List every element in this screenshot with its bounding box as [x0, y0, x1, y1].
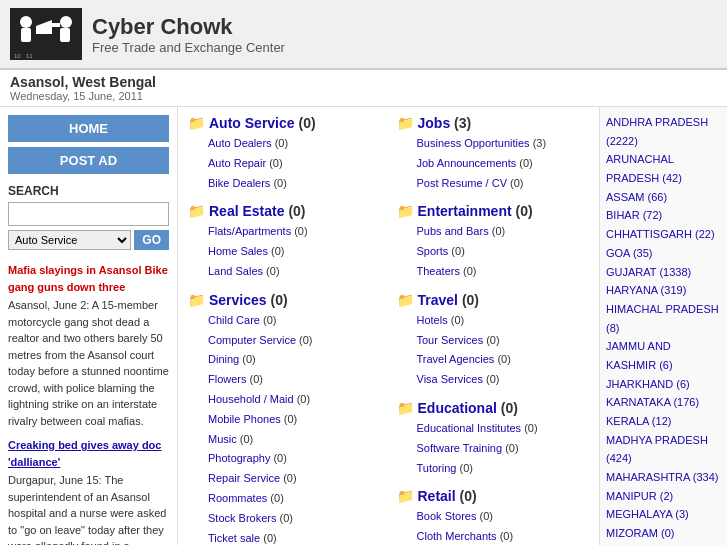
category-link-retail[interactable]: Retail (0): [418, 488, 477, 504]
item-cloth-merchants[interactable]: Cloth Merchants (0): [417, 527, 590, 545]
home-button[interactable]: HOME: [8, 115, 169, 142]
left-sidebar: HOME POST AD SEARCH Auto Service GO Mafi…: [0, 107, 178, 545]
item-roommates[interactable]: Roommates (0): [208, 489, 381, 509]
header-text: Cyber Chowk Free Trade and Exchange Cent…: [92, 14, 285, 55]
svg-text:11: 11: [26, 53, 33, 58]
folder-icon-educational: 📁: [397, 400, 414, 416]
item-tour-services[interactable]: Tour Services (0): [417, 331, 590, 351]
item-photography[interactable]: Photography (0): [208, 449, 381, 469]
item-flowers[interactable]: Flowers (0): [208, 370, 381, 390]
post-ad-button[interactable]: POST AD: [8, 147, 169, 174]
item-software-training[interactable]: Software Training (0): [417, 439, 590, 459]
item-music[interactable]: Music (0): [208, 430, 381, 450]
state-link-maharashtra[interactable]: MAHARASHTRA (334): [606, 468, 721, 487]
item-auto-repair[interactable]: Auto Repair (0): [208, 154, 381, 174]
category-title-educational: 📁 Educational (0): [397, 400, 590, 416]
item-repair-service[interactable]: Repair Service (0): [208, 469, 381, 489]
item-stock-brokers[interactable]: Stock Brokers (0): [208, 509, 381, 529]
item-flats[interactable]: Flats/Apartments (0): [208, 222, 381, 242]
category-jobs: 📁 Jobs (3) Business Opportunities (3) Jo…: [397, 115, 590, 193]
item-business-opportunities[interactable]: Business Opportunities (3): [417, 134, 590, 154]
category-items-auto-service: Auto Dealers (0) Auto Repair (0) Bike De…: [188, 134, 381, 193]
item-bike-dealers[interactable]: Bike Dealers (0): [208, 174, 381, 194]
item-theaters[interactable]: Theaters (0): [417, 262, 590, 282]
svg-point-4: [60, 16, 72, 28]
state-link-karnataka[interactable]: KARNATAKA (176): [606, 393, 721, 412]
site-subtitle: Free Trade and Exchange Center: [92, 40, 285, 55]
state-link-assam[interactable]: ASSAM (66): [606, 188, 721, 207]
item-pubs-bars[interactable]: Pubs and Bars (0): [417, 222, 590, 242]
state-link-haryana[interactable]: HARYANA (319): [606, 281, 721, 300]
search-controls: Auto Service GO: [8, 230, 169, 250]
news-headline-1[interactable]: Mafia slayings in Asansol Bike gang guns…: [8, 262, 169, 295]
category-link-educational[interactable]: Educational (0): [418, 400, 518, 416]
item-household-maid[interactable]: Household / Maid (0): [208, 390, 381, 410]
category-link-entertainment[interactable]: Entertainment (0): [418, 203, 533, 219]
state-link-mizoram[interactable]: MIZORAM (0): [606, 524, 721, 543]
item-ticket-sale[interactable]: Ticket sale (0): [208, 529, 381, 545]
category-items-jobs: Business Opportunities (3) Job Announcem…: [397, 134, 590, 193]
item-sports[interactable]: Sports (0): [417, 242, 590, 262]
item-educational-institutes[interactable]: Educational Institutes (0): [417, 419, 590, 439]
state-link-mp[interactable]: MADHYA PRADESH (424): [606, 431, 721, 468]
search-category-select[interactable]: Auto Service: [8, 230, 131, 250]
state-link-jk[interactable]: JAMMU AND KASHMIR (6): [606, 337, 721, 374]
item-land-sales[interactable]: Land Sales (0): [208, 262, 381, 282]
item-auto-dealers[interactable]: Auto Dealers (0): [208, 134, 381, 154]
item-book-stores[interactable]: Book Stores (0): [417, 507, 590, 527]
category-items-educational: Educational Institutes (0) Software Trai…: [397, 419, 590, 478]
category-title-retail: 📁 Retail (0): [397, 488, 590, 504]
item-tutoring[interactable]: Tutoring (0): [417, 459, 590, 479]
svg-text:10: 10: [14, 53, 21, 58]
category-auto-service: 📁 Auto Service (0) Auto Dealers (0) Auto…: [188, 115, 381, 193]
state-link-jharkhand[interactable]: JHARKHAND (6): [606, 375, 721, 394]
category-link-travel[interactable]: Travel (0): [418, 292, 480, 308]
category-educational: 📁 Educational (0) Educational Institutes…: [397, 400, 590, 478]
item-post-resume[interactable]: Post Resume / CV (0): [417, 174, 590, 194]
state-link-andhra[interactable]: ANDHRA PRADESH (2222): [606, 113, 721, 150]
item-mobile-phones[interactable]: Mobile Phones (0): [208, 410, 381, 430]
state-link-goa[interactable]: GOA (35): [606, 244, 721, 263]
svg-point-0: [20, 16, 32, 28]
date: Wednesday, 15 June, 2011: [10, 90, 717, 102]
item-travel-agencies[interactable]: Travel Agencies (0): [417, 350, 590, 370]
item-visa-services[interactable]: Visa Services (0): [417, 370, 590, 390]
state-link-kerala[interactable]: KERALA (12): [606, 412, 721, 431]
logo: 10 11: [10, 8, 82, 60]
category-real-estate: 📁 Real Estate (0) Flats/Apartments (0) H…: [188, 203, 381, 281]
item-hotels[interactable]: Hotels (0): [417, 311, 590, 331]
category-entertainment: 📁 Entertainment (0) Pubs and Bars (0) Sp…: [397, 203, 590, 281]
svg-rect-3: [52, 23, 60, 27]
search-label: SEARCH: [8, 184, 169, 198]
item-home-sales[interactable]: Home Sales (0): [208, 242, 381, 262]
state-link-chhattisgarh[interactable]: CHHATTISGARH (22): [606, 225, 721, 244]
state-link-gujarat[interactable]: GUJARAT (1338): [606, 263, 721, 282]
category-link-services[interactable]: Services (0): [209, 292, 288, 308]
folder-icon-services: 📁: [188, 292, 205, 308]
folder-icon-jobs: 📁: [397, 115, 414, 131]
category-title-travel: 📁 Travel (0): [397, 292, 590, 308]
category-retail: 📁 Retail (0) Book Stores (0) Cloth Merch…: [397, 488, 590, 545]
item-child-care[interactable]: Child Care (0): [208, 311, 381, 331]
category-title-auto-service: 📁 Auto Service (0): [188, 115, 381, 131]
folder-icon-auto-service: 📁: [188, 115, 205, 131]
item-dining[interactable]: Dining (0): [208, 350, 381, 370]
city-name: Asansol, West Bengal: [10, 74, 717, 90]
item-computer-service[interactable]: Computer Service (0): [208, 331, 381, 351]
item-job-announcements[interactable]: Job Announcements (0): [417, 154, 590, 174]
state-link-himachal[interactable]: HIMACHAL PRADESH (8): [606, 300, 721, 337]
category-link-jobs[interactable]: Jobs (3): [418, 115, 472, 131]
svg-rect-5: [60, 28, 70, 42]
category-title-jobs: 📁 Jobs (3): [397, 115, 590, 131]
news-headline-2[interactable]: Creaking bed gives away doc 'dalliance': [8, 437, 169, 470]
state-link-meghalaya[interactable]: MEGHALAYA (3): [606, 505, 721, 524]
category-link-real-estate[interactable]: Real Estate (0): [209, 203, 306, 219]
search-go-button[interactable]: GO: [134, 230, 169, 250]
search-input[interactable]: [8, 202, 169, 226]
state-link-bihar[interactable]: BIHAR (72): [606, 206, 721, 225]
state-link-arunachal[interactable]: ARUNACHAL PRADESH (42): [606, 150, 721, 187]
state-link-manipur[interactable]: MANIPUR (2): [606, 487, 721, 506]
folder-icon-real-estate: 📁: [188, 203, 205, 219]
category-link-auto-service[interactable]: Auto Service (0): [209, 115, 316, 131]
category-title-entertainment: 📁 Entertainment (0): [397, 203, 590, 219]
